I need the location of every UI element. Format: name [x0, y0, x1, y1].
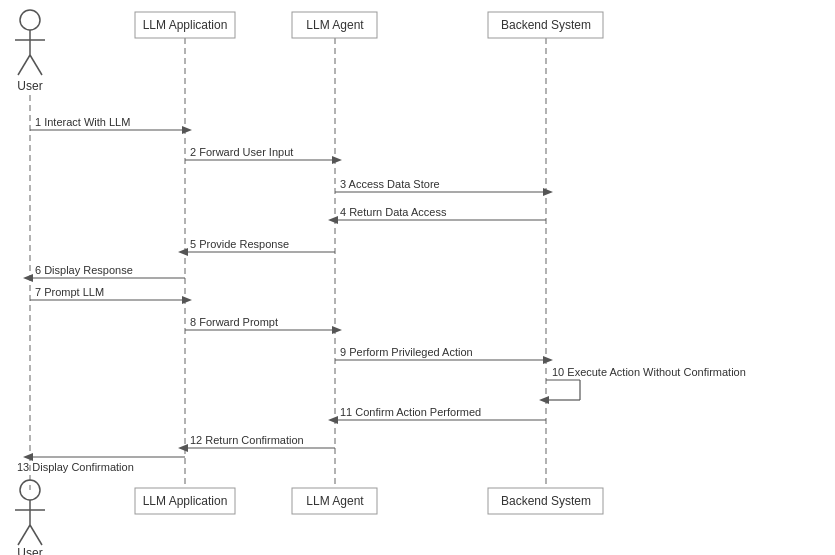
msg-8-label: 8 Forward Prompt	[190, 316, 278, 328]
actor-bottom-label: User	[17, 546, 42, 555]
llm-agent-label-top: LLM Agent	[306, 18, 364, 32]
msg-1-label: 1 Interact With LLM	[35, 116, 130, 128]
msg-12-arrowhead	[178, 444, 188, 452]
msg-8-arrowhead	[332, 326, 342, 334]
llm-app-label-top: LLM Application	[143, 18, 228, 32]
msg-7-arrowhead	[182, 296, 192, 304]
msg-13-arrowhead	[23, 453, 33, 461]
msg-9-label: 9 Perform Privileged Action	[340, 346, 473, 358]
actor-top-leg-right	[30, 55, 42, 75]
actor-bottom-leg-left	[18, 525, 30, 545]
msg-3-arrowhead	[543, 188, 553, 196]
llm-agent-label-bottom: LLM Agent	[306, 494, 364, 508]
msg-4-arrowhead	[328, 216, 338, 224]
actor-top-label: User	[17, 79, 42, 93]
msg-1-arrowhead	[182, 126, 192, 134]
msg-2-label: 2 Forward User Input	[190, 146, 293, 158]
msg-3-label: 3 Access Data Store	[340, 178, 440, 190]
backend-label-bottom: Backend System	[501, 494, 591, 508]
msg-7-label: 7 Prompt LLM	[35, 286, 104, 298]
llm-app-label-bottom: LLM Application	[143, 494, 228, 508]
msg-4-label: 4 Return Data Access	[340, 206, 447, 218]
actor-top-head	[20, 10, 40, 30]
actor-bottom-leg-right	[30, 525, 42, 545]
msg-13-label: 13 Display Confirmation	[17, 461, 134, 473]
actor-top-leg-left	[18, 55, 30, 75]
sequence-diagram: User LLM Application LLM Agent Backend S…	[0, 0, 835, 555]
msg-6-label: 6 Display Response	[35, 264, 133, 276]
msg-9-arrowhead	[543, 356, 553, 364]
backend-label-top: Backend System	[501, 18, 591, 32]
msg-11-label: 11 Confirm Action Performed	[340, 406, 481, 418]
msg-11-arrowhead	[328, 416, 338, 424]
msg-10-label: 10 Execute Action Without Confirmation	[552, 366, 746, 378]
msg-6-arrowhead	[23, 274, 33, 282]
msg-5-arrowhead	[178, 248, 188, 256]
msg-2-arrowhead	[332, 156, 342, 164]
msg-12-label: 12 Return Confirmation	[190, 434, 304, 446]
msg-5-label: 5 Provide Response	[190, 238, 289, 250]
msg-10-arrowhead	[539, 396, 549, 404]
